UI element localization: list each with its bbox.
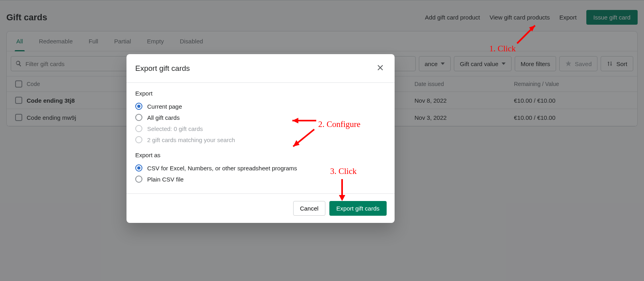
radio-label: 2 gift cards matching your search xyxy=(147,137,235,143)
radio-matching-search: 2 gift cards matching your search xyxy=(135,134,386,145)
close-icon xyxy=(376,64,384,72)
radio-selected: Selected: 0 gift cards xyxy=(135,123,386,134)
export-as-section-label: Export as xyxy=(135,152,386,158)
radio-label: Plain CSV file xyxy=(147,176,184,183)
radio-label: All gift cards xyxy=(147,114,180,121)
radio-icon xyxy=(135,176,142,183)
radio-icon xyxy=(135,164,142,172)
export-confirm-button[interactable]: Export gift cards xyxy=(329,201,387,216)
radio-label: Current page xyxy=(147,103,182,110)
radio-csv-excel[interactable]: CSV for Excel, Numbers, or other spreads… xyxy=(135,162,386,174)
radio-label: Selected: 0 gift cards xyxy=(147,125,203,132)
radio-plain-csv[interactable]: Plain CSV file xyxy=(135,174,386,185)
radio-icon xyxy=(135,125,142,132)
radio-all-gift-cards[interactable]: All gift cards xyxy=(135,112,386,123)
modal-title: Export gift cards xyxy=(135,64,190,73)
radio-label: CSV for Excel, Numbers, or other spreads… xyxy=(147,165,297,172)
export-modal: Export gift cards Export Current page Al… xyxy=(126,54,395,223)
export-section-label: Export xyxy=(135,90,386,97)
radio-current-page[interactable]: Current page xyxy=(135,101,386,112)
cancel-button[interactable]: Cancel xyxy=(293,201,325,216)
radio-icon xyxy=(135,103,142,110)
radio-icon xyxy=(135,114,142,121)
radio-icon xyxy=(135,136,142,143)
close-button[interactable] xyxy=(375,62,386,74)
